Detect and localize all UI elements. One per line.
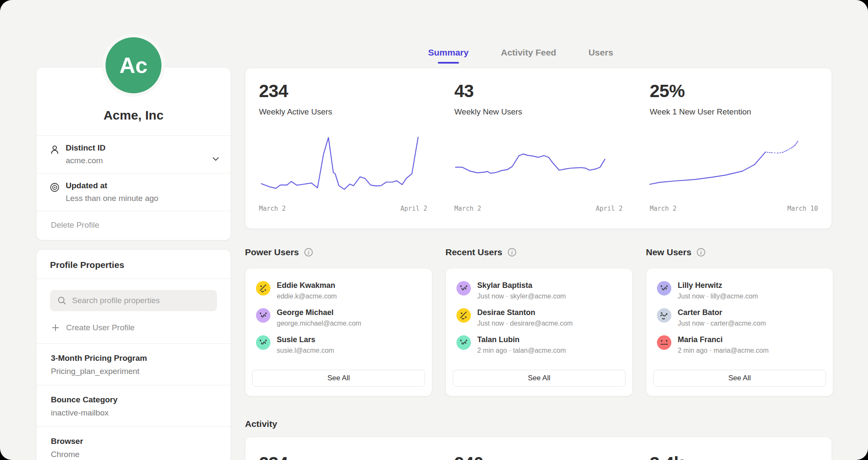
- create-user-profile-label: Create User Profile: [66, 323, 135, 332]
- plus-icon: [51, 323, 60, 332]
- see-all-button[interactable]: See All: [252, 370, 425, 387]
- user-row[interactable]: George Michaelgeorge.michael@acme.com: [256, 308, 425, 327]
- user-name: Skylar Baptista: [477, 281, 566, 290]
- user-row[interactable]: Susie Larssusie.l@acme.com: [256, 335, 425, 354]
- user-detail: Just now · lilly@acme.com: [678, 293, 758, 300]
- user-detail: Just now · desirare@acme.com: [477, 320, 573, 327]
- property-name: 3-Month Pricing Program: [51, 354, 216, 363]
- delete-profile-button[interactable]: Delete Profile: [36, 211, 231, 240]
- stat-label: Weekly Active Users: [259, 107, 427, 117]
- property-value: Pricing_plan_experiment: [51, 367, 216, 376]
- user-row[interactable]: Talan Lubin2 min ago · talan@acme.com: [456, 335, 626, 354]
- distinct-id-value: acme.com: [66, 156, 211, 165]
- face-icon: [256, 308, 270, 323]
- section-title: Power Users: [245, 247, 299, 257]
- user-row[interactable]: Desirae StantonJust now · desirare@acme.…: [456, 308, 626, 327]
- svg-text:i: i: [512, 250, 513, 256]
- user-detail: susie.l@acme.com: [277, 347, 334, 354]
- activity-stat: 234: [259, 453, 427, 460]
- info-icon[interactable]: i: [507, 248, 517, 257]
- activity-stat: 3.4k: [650, 453, 818, 460]
- svg-text:i: i: [308, 250, 310, 256]
- axis-tick-start: March 2: [650, 205, 676, 212]
- week1-retention-chart: [650, 128, 818, 199]
- info-icon[interactable]: i: [696, 248, 706, 257]
- tab-users[interactable]: Users: [588, 47, 613, 64]
- distinct-id-row[interactable]: Distinct ID acme.com: [36, 135, 231, 173]
- user-avatar: [256, 335, 270, 350]
- user-name: George Michael: [277, 308, 361, 317]
- section-title: New Users: [646, 247, 691, 257]
- face-icon: [657, 281, 671, 296]
- property-item[interactable]: 3-Month Pricing Program Pricing_plan_exp…: [36, 343, 231, 385]
- power-users-card: Eddie Kwakmaneddie.k@acme.com George Mic…: [245, 268, 432, 396]
- user-avatar: [657, 308, 671, 323]
- user-avatar: [456, 335, 471, 350]
- section-title: Recent Users: [445, 247, 502, 257]
- user-detail: 2 min ago · maria@acme.com: [678, 347, 769, 354]
- avatar: Ac: [106, 37, 161, 93]
- updated-at-value: Less than one minute ago: [66, 194, 220, 203]
- face-icon: [256, 281, 270, 296]
- see-all-button[interactable]: See All: [453, 370, 626, 387]
- updated-at-row: Updated at Less than one minute ago: [36, 173, 231, 211]
- axis-tick-end: March 10: [787, 205, 818, 212]
- stat-value: 25%: [650, 81, 818, 101]
- user-row[interactable]: Carter BatorJust now · carter@acme.com: [657, 308, 826, 327]
- profile-properties-title: Profile Properties: [36, 250, 231, 279]
- see-all-button[interactable]: See All: [653, 370, 826, 387]
- svg-text:i: i: [701, 250, 702, 256]
- user-avatar: [657, 335, 671, 350]
- user-row[interactable]: Lilly HerwitzJust now · lilly@acme.com: [657, 281, 826, 300]
- user-row[interactable]: Eddie Kwakmaneddie.k@acme.com: [256, 281, 425, 300]
- recent-users-card: Skylar BaptistaJust now · skyler@acme.co…: [445, 268, 633, 396]
- user-name: Maria Franci: [678, 335, 769, 344]
- property-item[interactable]: Browser Chrome: [36, 427, 231, 460]
- tab-summary[interactable]: Summary: [428, 47, 469, 64]
- person-icon: [49, 144, 60, 157]
- activity-card: 234 940 3.4k: [245, 437, 832, 460]
- property-value: inactive-mailbox: [51, 408, 216, 418]
- search-input[interactable]: [72, 296, 210, 305]
- updated-at-label: Updated at: [66, 181, 220, 190]
- user-name: Eddie Kwakman: [277, 281, 337, 290]
- user-detail: george.michael@acme.com: [277, 320, 361, 327]
- user-row[interactable]: Maria Franci2 min ago · maria@acme.com: [657, 335, 826, 354]
- app-frame: Ac Acme, Inc Distinct ID acme.com: [0, 0, 868, 460]
- profile-properties-card: Profile Properties Create User Profile 3…: [36, 249, 231, 460]
- user-avatar: [256, 308, 270, 323]
- profile-properties-search[interactable]: [50, 290, 217, 311]
- chevron-down-icon[interactable]: [211, 154, 220, 165]
- axis-tick-start: March 2: [454, 205, 481, 212]
- user-avatar: [256, 281, 270, 296]
- property-item[interactable]: Bounce Category inactive-mailbox: [36, 385, 231, 427]
- user-detail: eddie.k@acme.com: [277, 293, 337, 300]
- stat-weekly-new-users: 43 Weekly New Users March 2 April 2: [441, 68, 636, 229]
- user-avatar: [456, 281, 471, 296]
- user-avatar: [456, 308, 471, 323]
- property-value: Chrome: [51, 450, 216, 459]
- user-name: Susie Lars: [277, 335, 334, 344]
- distinct-id-label: Distinct ID: [66, 143, 211, 153]
- summary-stats-card: 234 Weekly Active Users March 2 April 2 …: [245, 68, 832, 229]
- recent-users-heading: Recent Users i: [445, 247, 517, 257]
- user-avatar: [657, 281, 671, 296]
- weekly-active-users-chart: [259, 128, 427, 199]
- face-icon: [456, 281, 471, 296]
- user-name: Talan Lubin: [477, 335, 566, 344]
- stat-label: Week 1 New User Retention: [650, 107, 818, 117]
- weekly-new-users-chart: [454, 128, 623, 199]
- face-icon: [456, 335, 471, 350]
- user-row[interactable]: Skylar BaptistaJust now · skyler@acme.co…: [456, 281, 626, 300]
- create-user-profile-button[interactable]: Create User Profile: [51, 323, 216, 332]
- axis-tick-start: March 2: [259, 205, 286, 212]
- user-name: Desirae Stanton: [477, 308, 573, 317]
- tab-activity-feed[interactable]: Activity Feed: [501, 47, 556, 64]
- eye-icon: [49, 182, 60, 195]
- activity-heading: Activity: [245, 419, 277, 429]
- tab-bar: Summary Activity Feed Users: [428, 47, 613, 64]
- activity-stat: 940: [454, 453, 623, 460]
- user-name: Lilly Herwitz: [678, 281, 758, 290]
- info-icon[interactable]: i: [304, 248, 313, 257]
- search-icon: [57, 296, 67, 306]
